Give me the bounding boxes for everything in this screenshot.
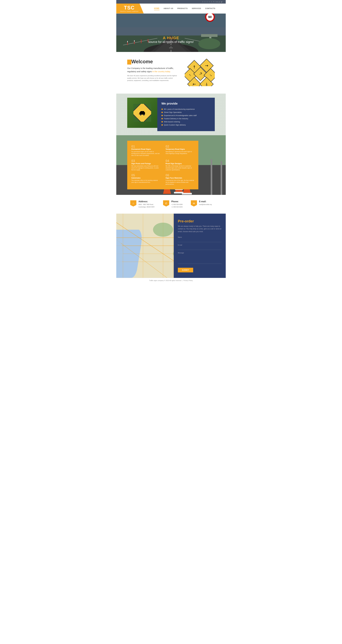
- social-bar:      f t ● p g+: [116, 0, 226, 4]
- map-svg: [116, 214, 174, 278]
- svg-rect-45: [182, 193, 192, 194]
- service-item-6: 06 Sign Face Materials Covering the fron…: [166, 174, 194, 185]
- twitter-icon[interactable]: : [205, 1, 205, 3]
- welcome-text-area: Welcome Our Company is the leading manuf…: [127, 59, 179, 82]
- we-provide-image: [127, 98, 157, 128]
- service-item-2: 02 Temporary Road Signs Specialising in …: [166, 145, 194, 156]
- svg-point-61: [153, 223, 173, 237]
- service-num: 05: [131, 174, 160, 177]
- message-input[interactable]: [178, 254, 222, 264]
- svg-rect-13: [201, 34, 217, 37]
- logo-text: TSC: [124, 5, 135, 11]
- hero-nav-arrows: ‹ ›: [169, 46, 173, 49]
- speed-limit-number: 60: [208, 15, 212, 19]
- privacy-policy-link[interactable]: Privacy Policy: [183, 280, 193, 281]
- welcome-body-highlight: in the country today.: [152, 70, 171, 72]
- address-label: Address:: [139, 200, 155, 203]
- logo-subtitle: TRAFFIC SIGNS COMPANY: [120, 11, 139, 12]
- list-bullet: [162, 108, 163, 110]
- preorder-desc: We are always ready to help you. There a…: [178, 225, 222, 233]
- service-desc: Covering the front of the sign, the face…: [166, 180, 194, 185]
- list-bullet: [162, 118, 163, 119]
- name-field-group: Name: [178, 236, 222, 242]
- footer: Traffic signs company © 2015 All rights …: [116, 278, 226, 283]
- we-provide-box: We provide 90+ years of manufacturing ex…: [157, 98, 215, 131]
- gp-icon[interactable]: g+: [221, 1, 223, 2]
- list-bullet: [162, 124, 163, 126]
- nav-about[interactable]: ABOUT US: [164, 7, 173, 10]
- preorder-map-section: Pre-order We are always ready to help yo…: [116, 214, 226, 278]
- address-value: 9863 - 9867 Mill Road,Cambridge, MG09 99…: [139, 203, 155, 208]
- service-desc: We have absolutely every fixing you will…: [131, 165, 160, 171]
- welcome-small-text: We have 40 years experience providing ex…: [127, 74, 179, 82]
- email-label: E-mail:: [199, 200, 212, 203]
- service-desc: Specialising in aluminium and steel sign…: [166, 151, 194, 154]
- email-item: ✉ E-mail: mail@demofab.org: [191, 200, 212, 206]
- map-area: [116, 214, 174, 278]
- email-field-group: E-mail: [178, 244, 222, 250]
- svg-rect-48: [221, 161, 222, 195]
- list-item: Fastest Delivery in the industry: [162, 118, 211, 120]
- pinterest-icon[interactable]: : [209, 1, 210, 3]
- service-title: Permanent Road Signs: [131, 148, 160, 150]
- traffic-signs-cluster: ↖ ↗ ← ? → ↙: [185, 59, 215, 87]
- service-num: 01: [131, 145, 160, 148]
- slippery-sign-svg: [133, 104, 151, 122]
- svg-rect-36: [140, 111, 144, 113]
- provide-list: 90+ years of manufacturing experience St…: [162, 108, 211, 126]
- service-title: Temporary Road Signs: [166, 148, 194, 150]
- svg-rect-11: [141, 40, 142, 43]
- name-input[interactable]: [178, 238, 222, 242]
- preorder-title: Pre-order: [178, 219, 222, 223]
- svg-rect-8: [127, 41, 128, 42]
- phone-item: ✆ Phone: +1 800 559 6580+1 800 603 6025: [163, 200, 183, 208]
- service-title: Substrates: [131, 177, 160, 179]
- speed-sign: 60: [205, 14, 215, 22]
- hero-title-white: source for all types of traffic signs!: [148, 40, 194, 44]
- ig-icon[interactable]: ●: [216, 1, 217, 2]
- next-arrow[interactable]: ›: [172, 46, 173, 49]
- pt-icon[interactable]: p: [219, 1, 220, 2]
- prev-arrow[interactable]: ‹: [169, 46, 170, 49]
- nav-products[interactable]: PRODUCTS: [177, 7, 188, 10]
- nav-contacts[interactable]: CONTACTS: [205, 7, 215, 10]
- hero-section: 60 A HUGE source for all types of traffi…: [116, 14, 226, 52]
- fb-icon[interactable]: f: [213, 1, 213, 2]
- svg-point-37: [140, 114, 141, 116]
- instagram-icon[interactable]: : [207, 1, 207, 3]
- service-item-3: 03 Sign Posts and Fixings We have absolu…: [131, 159, 160, 171]
- service-title: Sign Posts and Fixings: [131, 162, 160, 164]
- svg-rect-10: [134, 40, 135, 42]
- service-item-4: 04 Road Sign Designs We offer a full des…: [166, 159, 194, 171]
- google-plus-icon[interactable]: : [211, 1, 212, 3]
- email-value: mail@demofab.org: [199, 203, 212, 206]
- address-icon: ⌂: [130, 200, 136, 206]
- service-item-1: 01 Permanent Road Signs Our permanent si…: [131, 145, 160, 156]
- logo-area: TSC TRAFFIC SIGNS COMPANY: [116, 4, 144, 14]
- service-num: 06: [166, 174, 194, 177]
- list-bullet: [162, 115, 163, 116]
- nav-home[interactable]: HOME: [154, 7, 160, 10]
- services-overlay: 01 Permanent Road Signs Our permanent si…: [127, 141, 198, 189]
- service-title: Road Sign Designs: [166, 162, 194, 164]
- signs-cluster-svg: ↖ ↗ ← ? → ↙: [185, 59, 215, 86]
- contact-info-section: ⌂ Address: 9863 - 9867 Mill Road,Cambrid…: [116, 195, 226, 214]
- main-nav: HOME ABOUT US PRODUCTS SERVICES CONTACTS: [144, 7, 226, 10]
- list-item: Experienced & Knowledgeable sales staff: [162, 114, 211, 116]
- submit-button[interactable]: SUBMIT: [178, 268, 193, 272]
- services-section: 01 Permanent Road Signs Our permanent si…: [116, 135, 226, 195]
- list-item: Web-based ordering: [162, 121, 211, 123]
- list-item: 90+ years of manufacturing experience: [162, 108, 211, 110]
- email-icon: ✉: [191, 200, 197, 206]
- facebook-icon[interactable]: : [203, 1, 203, 3]
- service-desc: We offer a full design service to custom…: [166, 165, 194, 171]
- service-num: 03: [131, 159, 160, 162]
- email-input[interactable]: [178, 246, 222, 250]
- tw-icon[interactable]: t: [215, 1, 215, 2]
- message-field-group: Message: [178, 252, 222, 264]
- email-label: E-mail: [178, 244, 222, 246]
- service-desc: The substrate refers to the backing mate…: [131, 180, 160, 183]
- service-num: 04: [166, 159, 194, 162]
- service-title: Sign Face Materials: [166, 177, 194, 179]
- nav-services[interactable]: SERVICES: [192, 7, 201, 10]
